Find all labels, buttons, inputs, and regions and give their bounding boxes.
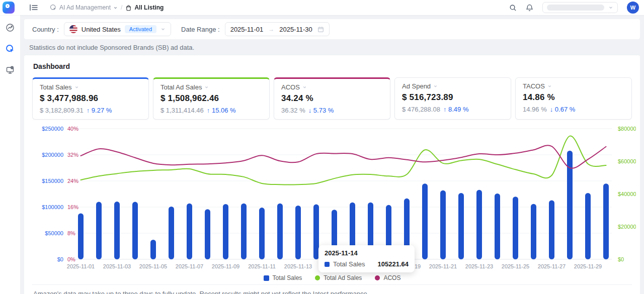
x-axis-tick: 2025-11-21 [429, 263, 457, 269]
stat-metric-selector-total-sales[interactable]: Total Sales [40, 83, 141, 91]
breadcrumb-page-label: All Listing [134, 4, 164, 11]
x-axis-tick: 2025-11-29 [574, 263, 602, 269]
bar-2025-11-17[interactable] [368, 203, 373, 259]
bar-2025-11-15[interactable] [332, 210, 337, 259]
bar-2025-11-29[interactable] [585, 193, 591, 259]
x-axis-tick: 2025-11-03 [103, 263, 131, 269]
breadcrumb-current-page[interactable]: All Listing [125, 4, 164, 11]
chevron-down-icon [433, 84, 438, 88]
bar-2025-11-16[interactable] [350, 203, 355, 259]
x-axis-tick: 2025-11-25 [502, 263, 529, 269]
bar-2025-11-13[interactable] [295, 206, 301, 259]
breadcrumb-app-menu[interactable]: AI Ad Management [50, 4, 118, 11]
bar-2025-11-08[interactable] [205, 209, 210, 259]
bar-2025-11-06[interactable] [169, 207, 174, 259]
bar-2025-11-14[interactable] [313, 205, 319, 259]
legend-item-total-ad-sales[interactable]: Total Ad Sales [315, 274, 362, 281]
bar-2025-11-12[interactable] [277, 204, 283, 259]
stat-metric-selector-tacos[interactable]: TACOS [523, 82, 624, 90]
collapse-sidebar-icon[interactable] [30, 4, 38, 11]
y-axis-left-currency-tick: $0 [57, 256, 63, 262]
chevron-down-icon [547, 84, 552, 88]
y-axis-left-percent-tick: 32% [67, 152, 78, 158]
stat-delta: ↑ 15.06 % [207, 107, 236, 114]
y-axis-left-currency-tick: $150000 [42, 178, 63, 184]
line-series-acos[interactable] [81, 145, 606, 168]
app-logo[interactable] [3, 2, 15, 14]
user-avatar[interactable]: W [627, 2, 639, 14]
left-sidebar [0, 15, 20, 294]
sidebar-item-analytics[interactable] [4, 21, 17, 34]
bar-2025-11-02[interactable] [96, 202, 102, 259]
stat-card-ad-spend: Ad Spend$ 516,723.89$ 476,288.08↑ 8.49 % [394, 77, 511, 120]
search-icon[interactable] [509, 4, 517, 12]
stat-metric-selector-ad-spend[interactable]: Ad Spend [402, 82, 504, 90]
bar-2025-11-20[interactable] [422, 183, 428, 259]
us-flag-icon [69, 25, 77, 33]
line-series-total-ad-sales[interactable] [81, 136, 606, 184]
stat-metric-selector-acos[interactable]: ACOS [281, 83, 383, 91]
account-selector-dropdown[interactable] [542, 2, 618, 13]
bar-2025-11-26[interactable] [531, 204, 536, 259]
x-axis-tick: 2025-11-27 [538, 263, 566, 269]
date-range-arrow: → [268, 26, 274, 33]
legend-marker [375, 275, 380, 280]
stat-previous-value: 36.32 % [281, 107, 305, 114]
notifications-bell-icon[interactable] [526, 4, 533, 12]
stat-value: 14.86 % [523, 92, 624, 103]
y-axis-right-currency-tick: $40000 [618, 191, 636, 197]
bar-2025-11-05[interactable] [150, 240, 156, 259]
bar-2025-11-30[interactable] [603, 183, 609, 259]
bar-2025-11-25[interactable] [513, 197, 518, 259]
bar-2025-11-21[interactable] [440, 190, 446, 259]
y-axis-left-percent-tick: 0% [67, 256, 75, 262]
calendar-icon [317, 26, 324, 33]
breadcrumb-app-label: AI Ad Management [59, 4, 111, 11]
combo-chart-canvas[interactable]: $0$50000$100000$150000$200000$2500000%8%… [32, 123, 636, 271]
bar-2025-11-07[interactable] [187, 204, 192, 259]
redacted-account-name [547, 5, 604, 11]
stat-delta: ↑ 9.27 % [87, 107, 112, 114]
x-axis-tick: 2025-11-23 [465, 263, 493, 269]
stat-card-tacos: TACOS14.86 %14.96 %↓ 0.67 % [515, 77, 632, 120]
sidebar-item-ad-management[interactable] [4, 42, 17, 55]
legend-label: ACOS [383, 274, 400, 281]
bar-2025-11-23[interactable] [476, 190, 482, 259]
bar-2025-11-04[interactable] [132, 202, 138, 259]
stat-card-total-sales: Total Sales$ 3,477,988.96$ 3,182,809.31↑… [32, 77, 149, 120]
chevron-down-icon [74, 85, 79, 89]
bar-2025-11-19[interactable] [404, 199, 410, 259]
country-select[interactable]: United States Activated [64, 22, 171, 36]
bar-2025-11-22[interactable] [458, 193, 464, 259]
stat-value: $ 516,723.89 [402, 92, 504, 103]
bar-2025-11-09[interactable] [223, 204, 228, 259]
chevron-down-icon [160, 27, 166, 32]
stat-cards-row: Total Sales$ 3,477,988.96$ 3,182,809.31↑… [32, 77, 632, 120]
stat-label: Total Ad Sales [160, 83, 202, 91]
bar-2025-11-11[interactable] [259, 208, 265, 259]
bar-2025-11-10[interactable] [241, 204, 247, 259]
x-axis-tick: 2025-11-19 [393, 263, 421, 269]
bar-2025-11-03[interactable] [114, 202, 120, 259]
breadcrumb: AI Ad Management / All Listing [50, 4, 164, 11]
stat-label: TACOS [523, 82, 545, 90]
bar-2025-11-01[interactable] [78, 213, 84, 259]
x-axis-tick: 2025-11-11 [248, 263, 276, 269]
y-axis-right-currency-tick: $60000 [618, 158, 636, 164]
country-value: United States [82, 26, 121, 33]
y-axis-right-currency-tick: $0 [618, 256, 624, 262]
bar-2025-11-18[interactable] [386, 205, 391, 259]
bar-2025-11-27[interactable] [549, 200, 554, 259]
dashboard-chart: $0$50000$100000$150000$200000$2500000%8%… [32, 123, 632, 282]
date-range-picker[interactable]: 2025-11-01 → 2025-11-30 [225, 22, 330, 36]
bar-2025-11-24[interactable] [495, 193, 500, 259]
legend-item-total-sales[interactable]: Total Sales [264, 274, 302, 281]
stat-metric-selector-total-ad-sales[interactable]: Total Ad Sales [160, 83, 262, 91]
shopping-bag-icon [125, 5, 132, 11]
sidebar-item-monitor-settings[interactable] [4, 63, 17, 76]
date-end-value[interactable]: 2025-11-30 [279, 26, 312, 33]
date-start-value[interactable]: 2025-11-01 [230, 26, 264, 33]
legend-item-acos[interactable]: ACOS [375, 274, 400, 281]
y-axis-left-currency-tick: $100000 [42, 204, 63, 210]
x-axis-tick: 2025-11-01 [67, 263, 95, 269]
